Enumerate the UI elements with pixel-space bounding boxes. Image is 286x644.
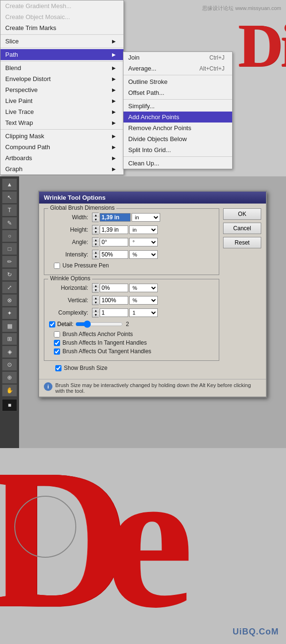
menu-item-slice[interactable]: Slice ▶ bbox=[0, 36, 123, 47]
tool-gradient[interactable]: ◈ bbox=[2, 346, 17, 358]
intensity-down[interactable]: ▼ bbox=[92, 255, 99, 259]
menu-item-live-paint[interactable]: Live Paint ▶ bbox=[0, 95, 123, 106]
tool-rectangle[interactable]: □ bbox=[2, 243, 17, 255]
tool-column-graph[interactable]: ▦ bbox=[2, 320, 17, 332]
ok-button[interactable]: OK bbox=[223, 208, 261, 220]
tool-hand[interactable]: ✋ bbox=[2, 384, 17, 397]
use-pressure-pen-row: Use Pressure Pen bbox=[49, 262, 214, 269]
height-down[interactable]: ▼ bbox=[92, 230, 99, 234]
menu-item-create-trim-marks[interactable]: Create Trim Marks bbox=[0, 22, 123, 33]
vertical-label: Vertical: bbox=[49, 297, 92, 304]
tool-scale[interactable]: ⤢ bbox=[2, 281, 17, 294]
menu-item-envelope-distort[interactable]: Envelope Distort ▶ bbox=[0, 73, 123, 84]
submenu-item-clean-up[interactable]: Clean Up... bbox=[123, 158, 232, 169]
submenu-item-add-anchor-points[interactable]: Add Anchor Points bbox=[123, 112, 232, 123]
intensity-row: Intensity: ▲ ▼ % bbox=[49, 250, 214, 259]
angle-input[interactable] bbox=[100, 238, 128, 246]
menu-item-create-object-mosaic[interactable]: Create Object Mosaic... bbox=[0, 11, 123, 22]
menu-item-graph[interactable]: Graph ▶ bbox=[0, 164, 123, 174]
brush-affects-out-checkbox[interactable] bbox=[54, 348, 60, 355]
tool-select[interactable]: ▲ bbox=[2, 178, 17, 191]
tool-ellipse[interactable]: ○ bbox=[2, 230, 17, 242]
height-spinner[interactable]: ▲ ▼ bbox=[92, 225, 99, 235]
menu-item-compound-path[interactable]: Compound Path ▶ bbox=[0, 142, 123, 153]
menu-separator-1 bbox=[0, 34, 123, 35]
reset-button[interactable]: Reset bbox=[223, 237, 261, 248]
cancel-button[interactable]: Cancel bbox=[223, 223, 261, 234]
vertical-down[interactable]: ▼ bbox=[92, 300, 99, 305]
menu-item-clipping-mask[interactable]: Clipping Mask ▶ bbox=[0, 131, 123, 142]
horizontal-input[interactable] bbox=[100, 284, 128, 292]
height-input[interactable] bbox=[100, 225, 128, 234]
submenu-item-remove-anchor-points[interactable]: Remove Anchor Points bbox=[123, 123, 232, 133]
intensity-input[interactable] bbox=[100, 250, 128, 259]
tool-mesh[interactable]: ⊞ bbox=[2, 333, 17, 345]
tool-text[interactable]: T bbox=[2, 204, 17, 216]
text-wrap-arrow: ▶ bbox=[112, 120, 116, 125]
blend-arrow: ▶ bbox=[112, 65, 116, 71]
angle-down[interactable]: ▼ bbox=[92, 242, 99, 246]
detail-slider[interactable] bbox=[75, 320, 123, 328]
width-unit[interactable]: in px mm bbox=[132, 213, 160, 222]
tool-direct-select[interactable]: ↖ bbox=[2, 191, 17, 204]
brush-affects-anchor-checkbox[interactable] bbox=[54, 331, 60, 337]
complexity-unit[interactable]: 1 2 3 bbox=[129, 308, 158, 317]
submenu-item-join[interactable]: Join Ctrl+J bbox=[123, 52, 232, 63]
menu-item-create-gradient-mesh[interactable]: Create Gradient Mesh... bbox=[0, 0, 123, 11]
menu-item-text-wrap[interactable]: Text Wrap ▶ bbox=[0, 117, 123, 128]
width-input[interactable] bbox=[100, 213, 131, 222]
tool-zoom[interactable]: ⊕ bbox=[2, 371, 17, 384]
brush-affects-in-checkbox[interactable] bbox=[54, 340, 60, 346]
height-unit[interactable]: in px mm bbox=[129, 225, 158, 234]
complexity-down[interactable]: ▼ bbox=[92, 313, 99, 317]
complexity-input[interactable] bbox=[100, 308, 128, 317]
vertical-spinner[interactable]: ▲ ▼ bbox=[92, 296, 99, 305]
menu-item-path[interactable]: Path ▶ bbox=[0, 49, 123, 60]
brush-affects-anchor-label: Brush Affects Anchor Points bbox=[62, 331, 133, 337]
tool-eyedropper[interactable]: ⊙ bbox=[2, 358, 17, 371]
tool-brush[interactable]: ✏ bbox=[2, 256, 17, 268]
complexity-up[interactable]: ▲ bbox=[92, 308, 99, 313]
menu-item-blend[interactable]: Blend ▶ bbox=[0, 62, 123, 73]
tool-symbol[interactable]: ✦ bbox=[2, 307, 17, 319]
vertical-unit[interactable]: % bbox=[129, 296, 158, 305]
submenu-item-simplify[interactable]: Simplify... bbox=[123, 101, 232, 112]
menu-item-artboards[interactable]: Artboards ▶ bbox=[0, 153, 123, 164]
tool-rotate[interactable]: ↻ bbox=[2, 268, 17, 281]
horizontal-spinner[interactable]: ▲ ▼ bbox=[92, 283, 99, 293]
wrinkle-tool-dialog: Wrinkle Tool Options Global Brush Dimens… bbox=[38, 191, 267, 398]
angle-spinner[interactable]: ▲ ▼ bbox=[92, 237, 99, 247]
menu-item-live-trace[interactable]: Live Trace ▶ bbox=[0, 106, 123, 117]
submenu-item-average[interactable]: Average... Alt+Ctrl+J bbox=[123, 63, 232, 74]
angle-up[interactable]: ▲ bbox=[92, 238, 99, 242]
live-paint-arrow: ▶ bbox=[112, 98, 116, 103]
tool-pen[interactable]: ✎ bbox=[2, 217, 17, 229]
vertical-input[interactable] bbox=[100, 296, 128, 305]
intensity-unit[interactable]: % bbox=[129, 250, 158, 259]
width-down[interactable]: ▼ bbox=[92, 217, 99, 222]
horizontal-row: Horizontal: ▲ ▼ % bbox=[49, 283, 214, 293]
submenu-item-split-into-grid[interactable]: Split Into Grid... bbox=[123, 144, 232, 155]
complexity-spinner[interactable]: ▲ ▼ bbox=[92, 308, 99, 317]
vertical-up[interactable]: ▲ bbox=[92, 296, 99, 300]
intensity-up[interactable]: ▲ bbox=[92, 250, 99, 255]
canvas-watermark: UiBQ.CoM bbox=[233, 627, 279, 637]
intensity-spinner[interactable]: ▲ ▼ bbox=[92, 250, 99, 259]
tool-fill[interactable]: ■ bbox=[2, 399, 17, 411]
width-up[interactable]: ▲ bbox=[92, 213, 99, 217]
detail-checkbox[interactable] bbox=[49, 321, 55, 327]
use-pressure-pen-checkbox[interactable] bbox=[54, 263, 60, 269]
horizontal-up[interactable]: ▲ bbox=[92, 284, 99, 288]
submenu-item-divide-objects-below[interactable]: Divide Objects Below bbox=[123, 133, 232, 144]
show-brush-size-checkbox[interactable] bbox=[55, 365, 61, 371]
compound-path-arrow: ▶ bbox=[112, 144, 116, 150]
submenu-item-outline-stroke[interactable]: Outline Stroke bbox=[123, 76, 232, 87]
horizontal-unit[interactable]: % bbox=[129, 284, 158, 292]
height-up[interactable]: ▲ bbox=[92, 225, 99, 230]
tool-warp[interactable]: ⊗ bbox=[2, 294, 17, 307]
angle-unit[interactable]: ° bbox=[129, 238, 158, 246]
submenu-item-offset-path[interactable]: Offset Path... bbox=[123, 87, 232, 98]
width-spinner[interactable]: ▲ ▼ bbox=[92, 213, 99, 222]
menu-item-perspective[interactable]: Perspective ▶ bbox=[0, 84, 123, 95]
horizontal-down[interactable]: ▼ bbox=[92, 288, 99, 292]
